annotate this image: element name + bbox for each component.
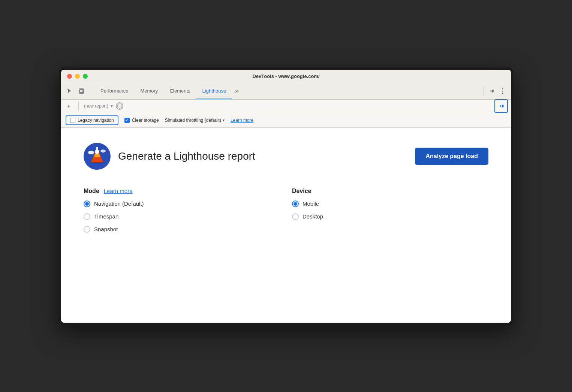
tab-actions	[486, 86, 508, 96]
lighthouse-logo	[84, 143, 111, 170]
mode-section: Mode Learn more Navigation (Default) Tim…	[84, 188, 280, 239]
no-entry-icon	[116, 102, 123, 110]
tab-divider	[92, 87, 92, 96]
secondary-toolbar: + (new report) ▾	[61, 100, 511, 113]
devtools-window: DevTools - www.google.com/	[61, 70, 511, 323]
options-bar: Legacy navigation ✓ Clear storage Simula…	[61, 113, 511, 128]
throttling-arrow-icon: ▾	[223, 118, 225, 122]
devtools-tabs-bar: Performance Memory Elements Lighthouse »	[61, 83, 511, 100]
throttling-label: Simulated throttling (default)	[165, 118, 221, 123]
lighthouse-header: Generate a Lighthouse report Analyze pag…	[84, 143, 488, 170]
mode-snapshot-option[interactable]: Snapshot	[84, 226, 280, 233]
legacy-navigation-checkbox[interactable]: Legacy navigation	[66, 115, 118, 125]
new-report-dropdown[interactable]: (new report) ▾	[84, 103, 113, 109]
desktop-radio	[292, 213, 299, 220]
tab-performance[interactable]: Performance	[94, 83, 134, 99]
timespan-radio	[84, 213, 90, 220]
legacy-nav-checkbox-box	[70, 118, 75, 123]
svg-point-3	[502, 91, 503, 92]
mode-timespan-option[interactable]: Timespan	[84, 213, 280, 220]
traffic-lights	[67, 74, 88, 79]
svg-point-2	[502, 88, 503, 90]
tabs-more-button[interactable]: »	[232, 88, 241, 94]
svg-rect-12	[96, 147, 98, 150]
svg-point-13	[88, 151, 94, 154]
window-title: DevTools - www.google.com/	[252, 73, 319, 79]
legacy-nav-label: Legacy navigation	[78, 118, 114, 123]
snapshot-radio	[84, 226, 90, 233]
navigation-radio	[84, 200, 90, 207]
svg-rect-9	[94, 157, 100, 162]
main-content: Generate a Lighthouse report Analyze pag…	[61, 128, 511, 323]
svg-point-4	[502, 93, 503, 94]
clear-storage-label: Clear storage	[132, 118, 159, 123]
svg-marker-10	[94, 154, 100, 157]
throttling-dropdown[interactable]: Simulated throttling (default) ▾	[165, 118, 225, 123]
title-bar: DevTools - www.google.com/	[61, 70, 511, 83]
layers-icon-button[interactable]	[76, 86, 87, 96]
device-desktop-option[interactable]: Desktop	[292, 213, 488, 220]
tabs-list: Performance Memory Elements Lighthouse »	[94, 83, 288, 99]
svg-rect-1	[80, 90, 83, 93]
clear-storage-option[interactable]: ✓ Clear storage	[124, 118, 159, 123]
maximize-button[interactable]	[83, 74, 88, 79]
mobile-radio	[292, 200, 299, 207]
device-section: Device Mobile Desktop	[292, 188, 488, 239]
more-vert-icon-button[interactable]	[497, 86, 508, 96]
minimize-button[interactable]	[75, 74, 80, 79]
tab-lighthouse[interactable]: Lighthouse	[196, 83, 232, 99]
mode-navigation-option[interactable]: Navigation (Default)	[84, 200, 280, 207]
toolbar-divider	[78, 102, 79, 111]
window-wrapper: DevTools - www.google.com/	[59, 67, 513, 325]
analyze-page-load-button[interactable]: Analyze page load	[415, 148, 488, 165]
cursor-icon-button[interactable]	[64, 86, 75, 96]
tab-memory[interactable]: Memory	[134, 83, 164, 99]
clear-storage-checkbox: ✓	[124, 118, 130, 123]
lighthouse-main-heading: Generate a Lighthouse report	[118, 150, 407, 162]
mode-learn-more-link[interactable]: Learn more	[104, 188, 133, 194]
svg-point-14	[100, 150, 106, 153]
device-section-title: Device	[292, 188, 488, 195]
learn-more-link-throttling[interactable]: Learn more	[231, 118, 253, 123]
tab-icon-group	[64, 86, 87, 96]
gear-highlighted-button[interactable]	[494, 99, 508, 113]
options-grid: Mode Learn more Navigation (Default) Tim…	[84, 188, 488, 239]
device-mobile-option[interactable]: Mobile	[292, 200, 488, 207]
tab-elements[interactable]: Elements	[164, 83, 196, 99]
mode-section-title: Mode Learn more	[84, 188, 280, 195]
settings-icon-button[interactable]	[486, 86, 497, 96]
actions-divider	[484, 87, 484, 96]
add-report-button[interactable]: +	[64, 102, 73, 111]
close-button[interactable]	[67, 74, 72, 79]
